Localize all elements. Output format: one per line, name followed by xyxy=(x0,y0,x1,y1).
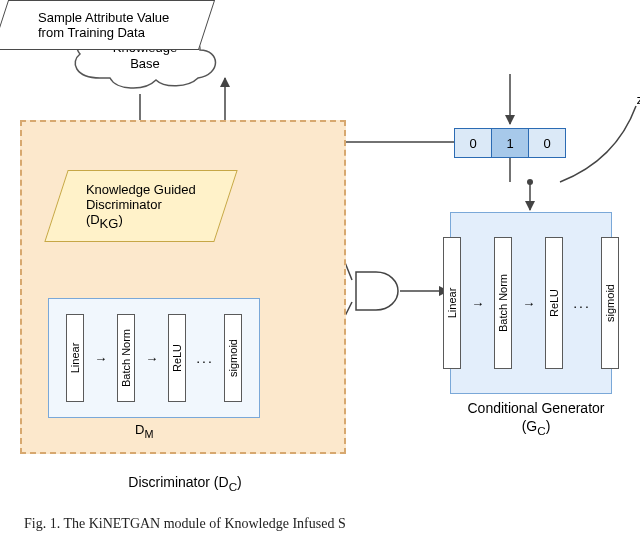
kg-disc-line2: Discriminator xyxy=(86,197,196,212)
dm-network: Linear → Batch Norm → ReLU ... sigmoid xyxy=(48,298,260,418)
kg-disc-line3: (DKG) xyxy=(86,212,196,231)
dm-label: DM xyxy=(135,422,153,440)
onehot-cell-1: 1 xyxy=(492,129,529,157)
gen-layer-batchnorm: Batch Norm xyxy=(494,237,512,369)
dm-arrow-2: → xyxy=(145,351,158,366)
gen-dots: ... xyxy=(573,295,591,311)
gen-arrow-1: → xyxy=(471,296,484,311)
svg-point-4 xyxy=(527,179,533,185)
figure-caption: Fig. 1. The KiNETGAN module of Knowledge… xyxy=(0,516,640,532)
onehot-vector: 0 1 0 xyxy=(454,128,566,158)
dm-layer-sigmoid: sigmoid xyxy=(224,314,242,402)
onehot-cell-0: 0 xyxy=(455,129,492,157)
gen-arrow-2: → xyxy=(522,296,535,311)
dm-layer-batchnorm: Batch Norm xyxy=(117,314,135,402)
noise-z-label: z xyxy=(630,92,640,108)
sample-attribute-node: Sample Attribute Value from Training Dat… xyxy=(0,0,215,50)
discriminator-group-label: Discriminator (DC) xyxy=(100,474,270,494)
gen-layer-relu: ReLU xyxy=(545,237,563,369)
gen-layer-linear: Linear xyxy=(443,237,461,369)
generator-label: Conditional Generator (GC) xyxy=(456,400,616,438)
dm-layer-linear: Linear xyxy=(66,314,84,402)
kg-disc-line1: Knowledge Guided xyxy=(86,182,196,197)
kg-discriminator-node: Knowledge Guided Discriminator (DKG) xyxy=(44,170,237,242)
dm-layer-relu: ReLU xyxy=(168,314,186,402)
generator-network: Linear → Batch Norm → ReLU ... sigmoid xyxy=(450,212,612,394)
gen-layer-sigmoid: sigmoid xyxy=(601,237,619,369)
onehot-cell-2: 0 xyxy=(529,129,565,157)
dm-dots: ... xyxy=(196,350,214,366)
dm-arrow-1: → xyxy=(94,351,107,366)
and-gate xyxy=(354,270,400,312)
sample-attribute-label: Sample Attribute Value from Training Dat… xyxy=(32,10,175,40)
